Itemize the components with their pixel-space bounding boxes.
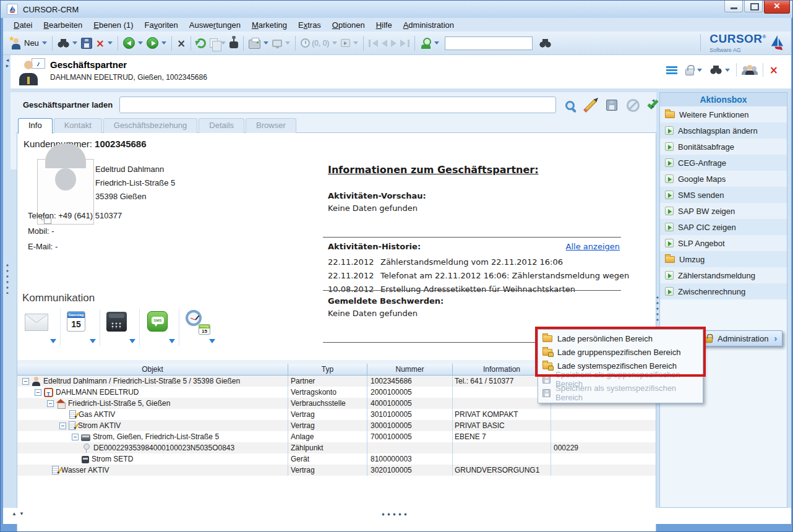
aktionsbox-item[interactable]: Google Maps <box>660 171 787 187</box>
table-row[interactable]: Strom, Gießen, Friedrich-List-Straße 5 A… <box>17 431 656 442</box>
chevron-down-icon[interactable] <box>90 339 96 343</box>
menu-bar-item[interactable]: Favoriten <box>139 19 184 31</box>
table-column-header[interactable]: Objekt <box>17 364 288 375</box>
menu-bar-item[interactable]: Administration <box>398 19 460 31</box>
edit-button[interactable] <box>581 95 601 115</box>
aktionsbox-item[interactable]: SAP CIC zeigen <box>660 219 787 235</box>
tree-expander[interactable] <box>22 378 29 385</box>
send-sms-button[interactable]: SMS <box>140 309 179 346</box>
search-button[interactable] <box>56 38 79 49</box>
aktionsbox-item[interactable]: Zählerstandsmeldung <box>660 267 787 283</box>
chevron-down-icon[interactable] <box>209 339 215 343</box>
tab[interactable]: Browser <box>246 118 296 133</box>
aktionsbox-item[interactable]: Weitere Funktionen <box>660 106 787 122</box>
popup-menu-item[interactable]: Lade persönlichen Bereich <box>538 332 703 345</box>
menu-bar-item[interactable]: Ebenen (1) <box>88 19 139 31</box>
cancel-button[interactable]: × <box>175 36 187 50</box>
chevron-down-icon[interactable] <box>108 41 113 45</box>
create-appointment-button[interactable]: Samstag15 <box>61 309 100 346</box>
aktionsbox-item[interactable]: SAP BW zeigen <box>660 203 787 219</box>
chevron-down-icon[interactable] <box>72 41 77 45</box>
first-record-button[interactable] <box>367 38 380 48</box>
popup-menu-item[interactable]: Speichern als systemspezifischen Bereich <box>538 386 703 400</box>
table-column-header[interactable]: Nummer <box>367 364 453 375</box>
search-execute-button[interactable] <box>560 95 580 115</box>
menu-bar-item[interactable]: Hilfe <box>371 19 398 31</box>
bottom-splitter-handle[interactable] <box>382 513 409 516</box>
table-row[interactable]: Wasser AKTIV Vertrag 3020100005 GRUNDVER… <box>17 465 656 476</box>
chevron-down-icon[interactable] <box>169 339 175 343</box>
right-splitter-toggle[interactable]: ◂▸ <box>651 97 654 109</box>
person-search-button[interactable] <box>418 36 441 50</box>
menu-bar-item[interactable]: Extras <box>293 19 327 31</box>
aktionsbox-item[interactable]: Bonitätsabfrage <box>660 139 787 155</box>
table-row[interactable]: DE000229353984000100023N5035O0843 Zählpu… <box>17 442 656 453</box>
chevron-down-icon[interactable] <box>129 339 135 343</box>
export-button[interactable] <box>339 38 360 48</box>
left-splitter-handle[interactable] <box>6 264 9 294</box>
quick-search-go-button[interactable] <box>538 38 553 49</box>
tree-expander[interactable] <box>72 434 79 440</box>
aktionsbox-item[interactable]: CEG-Anfrage <box>660 155 787 171</box>
administration-button[interactable]: Administration › <box>700 330 782 346</box>
tab[interactable]: Details <box>199 118 244 133</box>
show-all-link[interactable]: Alle anzeigen <box>566 242 620 251</box>
left-splitter-toggle[interactable]: ◂▸ <box>4 58 11 69</box>
tree-expander[interactable] <box>59 423 66 429</box>
chevron-down-icon[interactable] <box>434 41 439 45</box>
chevron-down-icon[interactable] <box>697 69 702 72</box>
tab[interactable]: Kontakt <box>54 118 102 133</box>
next-record-button[interactable] <box>389 38 398 48</box>
aktionsbox-item[interactable]: SLP Angebot <box>660 235 787 251</box>
chevron-down-icon[interactable] <box>285 41 290 45</box>
table-row[interactable]: Strom AKTIV Vertrag 3000100005 PRIVAT BA… <box>17 420 656 431</box>
entity-search-button[interactable] <box>708 64 732 75</box>
maximize-button[interactable] <box>744 1 763 12</box>
chevron-down-icon[interactable] <box>161 41 166 45</box>
print-button[interactable] <box>247 36 270 50</box>
delete-button[interactable]: × <box>94 36 114 50</box>
bottom-splitter-arrows[interactable]: ▲▼ <box>12 511 27 517</box>
chevron-down-icon[interactable] <box>264 41 268 45</box>
aktionsbox-item[interactable]: Zwischenrechnung <box>660 283 787 299</box>
tree-expander[interactable] <box>35 389 41 396</box>
navigate-forward-button[interactable] <box>145 36 168 50</box>
menu-bar-item[interactable]: Datei <box>8 19 38 31</box>
right-splitter-handle[interactable] <box>656 296 659 324</box>
menu-bar-item[interactable]: Auswertungen <box>184 19 246 31</box>
lock-record-button[interactable] <box>684 63 704 77</box>
chevron-down-icon[interactable] <box>42 41 47 45</box>
close-entity-button[interactable]: × <box>768 63 780 77</box>
record-counter-button[interactable]: (0, 0) <box>299 37 339 49</box>
menu-bar-item[interactable]: Bearbeiten <box>38 19 88 31</box>
aktionsbox-item[interactable]: SMS senden <box>660 187 787 203</box>
view-button[interactable] <box>270 38 292 48</box>
load-search-input[interactable] <box>119 97 556 113</box>
cti-button[interactable] <box>228 36 240 49</box>
list-view-button[interactable] <box>664 65 679 75</box>
last-record-button[interactable] <box>398 38 411 48</box>
aktionsbox-item[interactable]: Abschlagsplan ändern <box>660 122 787 139</box>
chevron-down-icon[interactable] <box>725 69 730 72</box>
quick-search-input[interactable] <box>445 36 533 50</box>
aktionsbox-item[interactable]: Umzug <box>660 251 787 267</box>
popup-menu-item[interactable]: Lade gruppenspezifischen Bereich <box>538 345 703 359</box>
start-call-button[interactable] <box>100 309 140 346</box>
refresh-button[interactable] <box>194 37 208 49</box>
copy-button[interactable] <box>208 37 228 49</box>
send-email-button[interactable] <box>21 309 61 346</box>
chevron-down-icon[interactable] <box>221 41 226 45</box>
tree-expander[interactable] <box>47 400 54 407</box>
cancel-search-button[interactable] <box>623 95 643 115</box>
chevron-down-icon[interactable] <box>50 339 56 343</box>
create-task-button[interactable]: Freitag15 <box>179 309 219 346</box>
tab[interactable]: Info <box>18 118 53 134</box>
menu-bar-item[interactable]: Optionen <box>327 19 371 31</box>
save-button[interactable] <box>79 36 94 50</box>
tab[interactable]: Geschäftsbeziehung <box>103 118 198 133</box>
close-button[interactable] <box>764 1 790 14</box>
new-record-button[interactable]: ★ Neu <box>8 36 49 51</box>
menu-bar-item[interactable]: Marketing <box>246 19 293 31</box>
previous-record-button[interactable] <box>380 38 389 48</box>
table-row[interactable]: Gas AKTIV Vertrag 3010100005 PRIVAT KOMP… <box>17 409 656 420</box>
